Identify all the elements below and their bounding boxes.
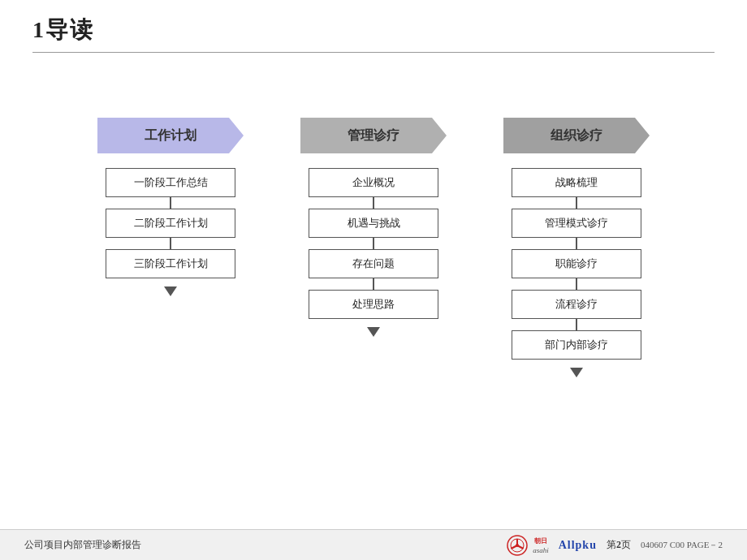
footer-code: 040607 C00 PAGE－2 [641,539,723,551]
col-header-col3: 组织诊疗 [503,118,650,153]
list-item: 一阶段工作总结 [106,168,235,197]
list-item: 战略梳理 [512,168,641,197]
list-item: 部门内部诊疗 [512,330,641,360]
page-header: 1导读 [0,0,747,45]
footer-right: 朝日 asahi Allpku 第2页 040607 C00 PAGE－2 [507,535,723,556]
page-number: 第2页 [607,538,631,552]
list-item: 存在问题 [309,249,438,278]
connector-line [373,197,374,209]
column-col3: 组织诊疗战略梳理管理模式诊疗职能诊疗流程诊疗部门内部诊疗 [487,118,666,377]
connector-line [170,197,171,209]
list-item: 流程诊疗 [512,290,641,319]
list-item: 三阶段工作计划 [106,249,235,278]
down-arrow-icon [570,368,583,377]
col-header-col1: 工作计划 [97,118,244,153]
down-arrow-icon [164,286,177,296]
allpku-logo: Allpku [559,539,597,552]
col-items-col1: 一阶段工作总结二阶段工作计划三阶段工作计划 [106,168,235,278]
col-header-col2: 管理诊疗 [300,118,447,153]
connector-line [373,238,374,249]
asahi-logo-icon: 朝日 asahi [533,536,549,554]
connector-line [576,197,577,209]
main-content: 工作计划一阶段工作总结二阶段工作计划三阶段工作计划管理诊疗企业概况机遇与挑战存在… [0,101,747,377]
list-item: 职能诊疗 [512,249,641,278]
connector-line [576,278,577,290]
list-item: 管理模式诊疗 [512,209,641,238]
connector-line [170,238,171,249]
page-title: 1导读 [32,15,715,45]
page-footer: 公司项目内部管理诊断报告 朝日 asahi Allpku 第2页 040607 … [0,529,747,560]
footer-left-text: 公司项目内部管理诊断报告 [24,538,141,552]
yamaha-logo-icon [507,535,528,556]
list-item: 处理思路 [309,290,438,319]
connector-line [576,319,577,330]
footer-logos: 朝日 asahi [507,535,549,556]
column-col1: 工作计划一阶段工作总结二阶段工作计划三阶段工作计划 [81,118,260,296]
list-item: 二阶段工作计划 [106,209,235,238]
svg-point-5 [516,544,519,547]
column-col2: 管理诊疗企业概况机遇与挑战存在问题处理思路 [284,118,463,337]
col-items-col2: 企业概况机遇与挑战存在问题处理思路 [309,168,438,319]
connector-line [373,278,374,290]
header-divider [32,52,715,53]
connector-line [576,238,577,249]
col-items-col3: 战略梳理管理模式诊疗职能诊疗流程诊疗部门内部诊疗 [512,168,641,360]
list-item: 机遇与挑战 [309,209,438,238]
down-arrow-icon [367,327,380,337]
list-item: 企业概况 [309,168,438,197]
